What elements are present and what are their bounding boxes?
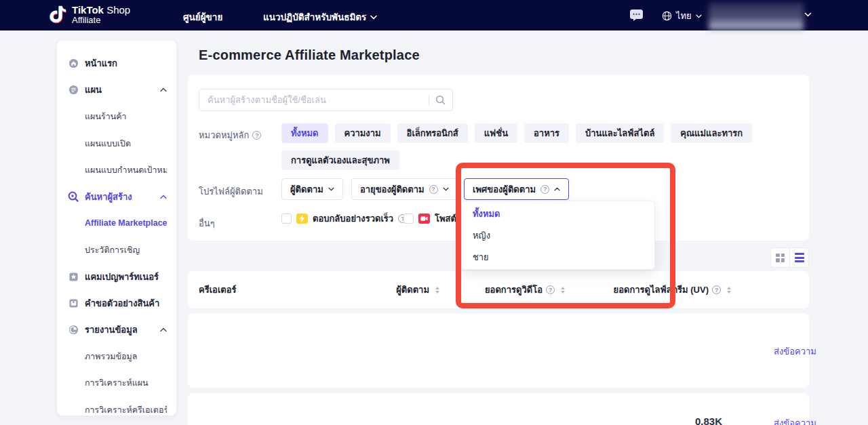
chevron-down-icon [443, 187, 449, 191]
recent-post-filter[interactable]: โพสต์เ [403, 211, 459, 226]
sidebar-item-open-plan[interactable]: แผนแบบเปิด [57, 130, 176, 157]
brand-text: TikTok Shop Affiliate [72, 5, 130, 24]
plan-icon [68, 85, 79, 96]
category-chip-home-lifestyle[interactable]: บ้านและไลฟ์สไตล์ [576, 123, 664, 143]
nav-partner-guidelines[interactable]: แนวปฏิบัติสำหรับพันธมิตร [263, 9, 377, 24]
sidebar-item-partner-campaign[interactable]: แคมเปญพาร์ทเนอร์ [57, 263, 176, 289]
send-message-link[interactable]: ส่งข้อความ [774, 416, 816, 425]
sidebar-item-find-creators[interactable]: ค้นหาผู้สร้าง [57, 183, 176, 209]
send-message-link[interactable]: ส่งข้อความ [774, 344, 816, 359]
sidebar-item-plan-analysis[interactable]: การวิเคราะห์แผน [57, 370, 176, 397]
account-menu[interactable] [804, 12, 812, 17]
category-chip-beauty[interactable]: ความงาม [335, 123, 391, 143]
help-icon: ? [429, 185, 438, 194]
partner-campaign-icon [68, 271, 79, 282]
category-chip-all[interactable]: ทั้งหมด [281, 123, 328, 143]
category-chip-food[interactable]: อาหาร [524, 123, 569, 143]
globe-icon [662, 11, 672, 21]
sample-request-icon [68, 298, 79, 308]
gender-option-all[interactable]: ทั้งหมด [462, 203, 654, 224]
sidebar-item-plans[interactable]: แผน [57, 77, 176, 103]
help-icon: ? [712, 285, 721, 294]
home-icon [68, 58, 79, 69]
nav-seller-center[interactable]: ศูนย์ผู้ขาย [183, 9, 222, 24]
messages-icon[interactable] [629, 9, 644, 22]
follower-age-dropdown[interactable]: อายุของผู้ติดตาม ? [351, 178, 458, 200]
tiktok-shop-affiliate-logo[interactable]: TikTok Shop Affiliate [50, 5, 130, 25]
help-icon[interactable]: ? [252, 131, 261, 140]
help-icon: ? [540, 185, 549, 194]
sidebar-item-creator-analysis[interactable]: การวิเคราะห์ครีเอเตอร์ [57, 397, 176, 423]
find-creator-icon [68, 191, 79, 202]
data-report-icon [68, 325, 79, 336]
video-icon [418, 214, 430, 224]
tiktok-note-icon [50, 5, 67, 25]
page-title: E-commerce Affiliate Marketplace [199, 47, 420, 63]
gender-option-female[interactable]: หญิง [462, 224, 654, 246]
follower-profile-label: โปรไฟล์ผู้ติดตาม [199, 184, 263, 199]
help-icon: ? [546, 285, 555, 294]
language-switcher[interactable]: ไทย [662, 9, 702, 23]
chevron-down-icon [328, 187, 334, 191]
creator-row[interactable] [188, 313, 809, 388]
sidebar-item-data-overview[interactable]: ภาพรวมข้อมูล [57, 343, 176, 369]
sidebar-item-home[interactable]: หน้าแรก [57, 50, 176, 77]
account-name-redacted [709, 3, 804, 30]
view-toggle [770, 247, 809, 268]
chevron-down-icon [370, 15, 377, 20]
stat-value-partial: 0.83K [695, 416, 722, 425]
grid-view-button[interactable] [771, 248, 789, 267]
category-chip-electronics[interactable]: อิเล็กทรอนิกส์ [397, 123, 468, 143]
quick-reply-checkbox[interactable] [281, 214, 292, 224]
chevron-up-icon [160, 195, 167, 199]
recent-post-checkbox[interactable] [403, 214, 414, 224]
divider [429, 95, 429, 106]
list-view-button[interactable] [789, 248, 808, 267]
sidebar-item-affiliate-marketplace[interactable]: Affiliate Marketplace [57, 210, 176, 237]
sort-icon [727, 287, 731, 294]
search-icon[interactable] [435, 95, 446, 105]
sidebar-item-data-reports[interactable]: รายงานข้อมูล [57, 317, 176, 343]
gender-option-male[interactable]: ชาย [462, 246, 654, 268]
followers-dropdown[interactable]: ผู้ติดตาม [281, 178, 343, 200]
chevron-down-icon [696, 14, 702, 18]
creator-search-input[interactable] [208, 95, 429, 105]
sidebar-item-invitation-history[interactable]: ประวัติการเชิญ [57, 237, 176, 263]
category-chip-fashion[interactable]: แฟชั่น [475, 123, 517, 143]
sidebar-item-shop-plan[interactable]: แผนร้านค้า [57, 104, 176, 130]
lightning-icon [296, 214, 308, 224]
top-navbar: TikTok Shop Affiliate ศูนย์ผู้ขาย แนวปฏิ… [0, 0, 868, 31]
others-label: อื่นๆ [199, 216, 215, 230]
sidebar-item-targeted-plan[interactable]: แผนแบบกำหนดเป้าหมาย [57, 157, 176, 183]
sidebar: หน้าแรก แผน แผนร้านค้า แผนแบบเปิด แผนแบบ… [57, 41, 176, 416]
quick-reply-filter[interactable]: ตอบกลับอย่างรวดเร็ว ? [281, 211, 407, 226]
column-creator: ครีเอเตอร์ [188, 283, 361, 297]
category-chip-mom-baby[interactable]: คุณแม่และทารก [671, 123, 752, 143]
chevron-up-icon [160, 327, 167, 332]
grid-icon [776, 254, 785, 262]
chevron-up-icon [160, 87, 167, 92]
creator-table-header: ครีเอเตอร์ ผู้ติดตาม ยอดการดูวิดีโอ ? ยอ… [188, 271, 809, 308]
column-followers-sort[interactable]: ผู้ติดตาม [361, 283, 439, 297]
list-icon [795, 253, 804, 262]
sidebar-item-sample-requests[interactable]: คำขอตัวอย่างสินค้า [57, 290, 176, 317]
gender-dropdown-panel: ทั้งหมด หญิง ชาย [461, 201, 655, 270]
column-video-views-sort[interactable]: ยอดการดูวิดีโอ ? [439, 283, 565, 297]
category-label-row: หมวดหมู่หลัก ? [199, 128, 261, 142]
category-chip-personal-care[interactable]: การดูแลตัวเองและสุขภาพ [281, 150, 399, 170]
chevron-up-icon [554, 187, 560, 191]
follower-gender-dropdown[interactable]: เพศของผู้ติดตาม ? [464, 178, 569, 200]
column-live-views-sort[interactable]: ยอดการดูไลฟ์สตรีม (UV) ? [565, 283, 731, 297]
creator-search-input-wrap [199, 89, 453, 111]
